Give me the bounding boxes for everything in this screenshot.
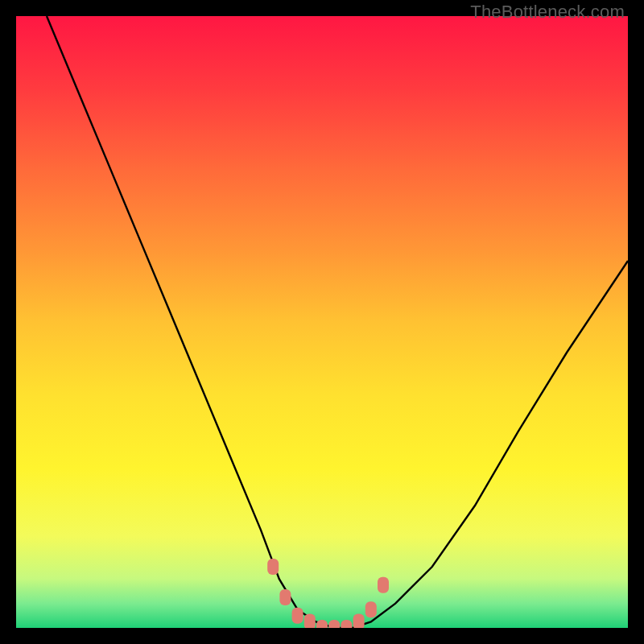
heat-gradient-background — [16, 16, 628, 628]
watermark-text: TheBottleneck.com — [470, 2, 625, 23]
svg-rect-0 — [16, 16, 628, 628]
plot-frame — [16, 16, 628, 628]
